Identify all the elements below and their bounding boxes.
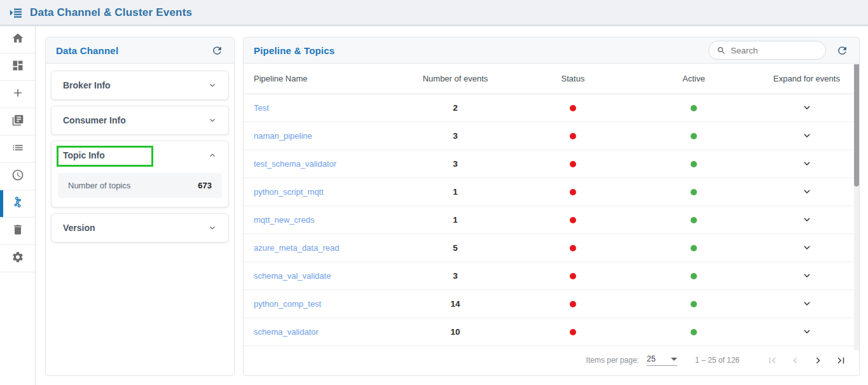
pipeline-name-link[interactable]: naman_pipeline (244, 131, 398, 141)
expand-cell (754, 214, 859, 227)
chevron-right-icon (812, 354, 824, 367)
pipeline-name-link[interactable]: schema_validator (244, 327, 398, 337)
status-cell (513, 214, 633, 226)
accordion-header-broker-info[interactable]: Broker Info (52, 71, 228, 99)
icon-rail (0, 26, 36, 385)
sidebar-item-list[interactable] (0, 136, 35, 163)
search-input[interactable] (731, 46, 818, 55)
accordion-header-topic-info[interactable]: Topic Info (52, 141, 228, 169)
history-icon (11, 169, 24, 184)
status-cell (513, 130, 633, 142)
topic-count-row: Number of topics 673 (58, 173, 222, 198)
table-row: azure_meta_data_read 5 (244, 234, 859, 262)
first-page-button[interactable] (762, 351, 782, 370)
expand-row-button[interactable] (801, 242, 813, 253)
expand-row-button[interactable] (801, 186, 813, 197)
table-row: mqtt_new_creds 1 (244, 206, 859, 234)
expand-row-button[interactable] (801, 326, 813, 337)
sidebar-item-library[interactable] (0, 108, 35, 136)
expand-row-button[interactable] (801, 270, 813, 281)
topic-count-label: Number of topics (68, 181, 130, 190)
chevron-down-icon (803, 243, 811, 252)
add-icon (11, 87, 24, 102)
sidebar-item-history[interactable] (0, 163, 35, 190)
pipeline-panel-header: Pipeline & Topics (244, 38, 859, 64)
pipeline-panel-title: Pipeline & Topics (254, 45, 334, 56)
expand-cell (754, 102, 859, 115)
chevron-down-icon (803, 187, 811, 196)
sidebar-item-settings[interactable] (0, 245, 35, 272)
pipeline-name-link[interactable]: azure_meta_data_read (244, 243, 398, 253)
expand-row-button[interactable] (801, 130, 813, 141)
next-page-button[interactable] (808, 351, 827, 370)
expand-cell (754, 158, 859, 171)
expand-row-button[interactable] (801, 158, 813, 169)
pipeline-name-link[interactable]: test_schema_validator (244, 159, 398, 169)
active-dot-green (691, 189, 697, 195)
last-page-button[interactable] (831, 351, 850, 370)
expand-row-button[interactable] (801, 298, 813, 309)
previous-page-button[interactable] (785, 351, 804, 370)
expand-row-button[interactable] (801, 214, 813, 225)
status-cell (513, 298, 633, 310)
expand-cell (754, 186, 859, 199)
pipeline-name-link[interactable]: python_comp_test (244, 299, 398, 309)
status-dot-red (570, 133, 576, 139)
sidebar-item-dashboard[interactable] (0, 53, 35, 81)
column-header-expand: Expand for events (754, 74, 859, 83)
search-box[interactable] (708, 41, 826, 60)
chevron-down-icon (803, 327, 811, 336)
active-dot-green (691, 329, 697, 335)
pipeline-name-link[interactable]: mqtt_new_creds (244, 215, 398, 225)
status-cell (513, 242, 633, 254)
accordion-version: Version (51, 213, 229, 242)
dashboard-icon (11, 59, 24, 74)
status-dot-red (570, 189, 576, 195)
table-header-row: Pipeline Name Number of events Status Ac… (244, 64, 859, 94)
column-header-pipeline-name: Pipeline Name (244, 74, 398, 83)
accordion-label: Topic Info (63, 150, 105, 160)
status-dot-red (570, 217, 576, 223)
refresh-icon[interactable] (835, 43, 849, 57)
active-cell (633, 130, 754, 142)
sidebar-item-delete[interactable] (0, 218, 35, 245)
accordion-consumer-info: Consumer Info (51, 106, 229, 135)
data-channel-panel-header: Data Channel (46, 38, 234, 64)
active-cell (633, 326, 754, 338)
refresh-icon[interactable] (210, 43, 224, 57)
pipeline-name-link[interactable]: schema_val_validate (244, 271, 398, 281)
active-dot-green (691, 217, 697, 223)
table-row: schema_validator 10 (244, 318, 859, 346)
data-channel-panel: Data Channel Broker Info Consumer Info (45, 37, 235, 376)
expand-cell (754, 270, 859, 283)
events-count: 14 (398, 299, 513, 309)
items-per-page-label: Items per page: (586, 356, 639, 365)
status-cell (513, 270, 633, 282)
table-row: test_schema_validator 3 (244, 150, 859, 178)
column-header-number-of-events: Number of events (398, 74, 513, 83)
active-cell (633, 186, 754, 198)
active-dot-green (691, 133, 697, 139)
pipeline-topics-panel: Pipeline & Topics Pipeline Name Number o… (243, 37, 860, 376)
accordion-label: Broker Info (63, 80, 111, 90)
table-body: Test 2 naman_pipeline 3 test_schema_ (244, 94, 859, 346)
chevron-up-icon (208, 151, 217, 160)
active-dot-green (691, 105, 697, 111)
expand-row-button[interactable] (801, 102, 813, 113)
scrollbar-thumb[interactable] (854, 64, 859, 186)
vertical-scrollbar (854, 64, 859, 350)
pipeline-name-link[interactable]: python_script_mqtt (244, 187, 398, 197)
sidebar-item-home[interactable] (0, 26, 35, 53)
chevron-left-icon (789, 354, 801, 367)
accordion-header-consumer-info[interactable]: Consumer Info (52, 106, 228, 134)
sidebar-item-add[interactable] (0, 81, 35, 108)
table-row: python_script_mqtt 1 (244, 178, 859, 206)
events-count: 1 (398, 215, 513, 225)
accordion-header-version[interactable]: Version (52, 214, 228, 242)
items-per-page-select[interactable]: 25 (647, 354, 677, 366)
pipeline-name-link[interactable]: Test (244, 103, 398, 113)
events-count: 1 (398, 187, 513, 197)
menu-indent-icon[interactable] (8, 5, 24, 20)
library-icon (11, 114, 24, 129)
sidebar-item-data-channel[interactable] (0, 190, 35, 218)
